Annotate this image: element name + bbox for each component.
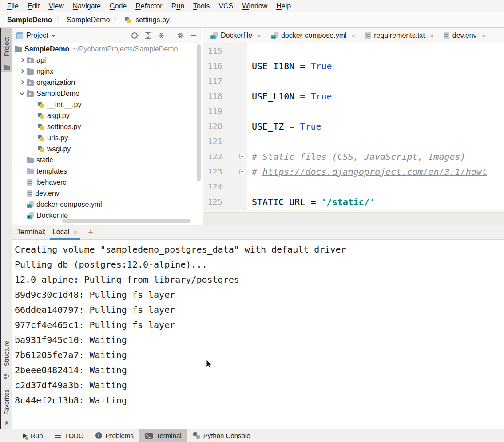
- terminal-line: 66ddea140797: Pulling fs layer: [15, 302, 504, 317]
- code-line: # https://docs.djangoproject.com/en/3.1/…: [247, 164, 504, 179]
- menu-item-view[interactable]: View: [44, 2, 68, 10]
- stripe-tab-project[interactable]: Project: [1, 28, 12, 72]
- project-tree-item[interactable]: urls.py: [12, 132, 202, 143]
- line-number: 118: [203, 89, 247, 104]
- collapse-all-icon[interactable]: [157, 32, 165, 39]
- close-icon[interactable]: ×: [73, 229, 77, 236]
- tree-item-label: docker-compose.yml: [36, 201, 102, 209]
- stripe-tab-structure[interactable]: Structure: [1, 334, 12, 381]
- statusbar-item-label: Python Console: [203, 432, 250, 439]
- chevron-right-icon[interactable]: [20, 58, 24, 63]
- editor-tab-requirements-txt[interactable]: requirements.txt×: [360, 28, 438, 43]
- line-number: 115: [203, 43, 247, 59]
- menu-bar: FileEditViewNavigateCodeRefactorRunTools…: [0, 0, 504, 12]
- statusbar-item-terminal[interactable]: Terminal: [139, 429, 187, 442]
- menu-item-refactor[interactable]: Refactor: [131, 2, 167, 10]
- terminal-tab-local[interactable]: Local ×: [50, 225, 80, 239]
- statusbar-item-python-console[interactable]: Python Console: [187, 429, 256, 442]
- project-tree-item[interactable]: dev.env: [12, 188, 202, 199]
- locate-icon[interactable]: [131, 32, 139, 39]
- menu-item-help[interactable]: Help: [272, 2, 295, 10]
- terminal-line: 2beee0482414: Waiting: [15, 363, 504, 378]
- code-line: [247, 134, 504, 149]
- close-icon[interactable]: ×: [430, 32, 434, 39]
- python-icon: [37, 101, 44, 108]
- project-tree-item[interactable]: organization: [12, 77, 202, 88]
- project-tree-item[interactable]: __init__.py: [12, 99, 202, 110]
- tree-horizontal-scrollbar[interactable]: [62, 219, 191, 223]
- chevron-slot: [17, 93, 27, 95]
- editor-gutter: 115116117118119120121122−123−124125: [203, 43, 247, 210]
- code-line: # Static files (CSS, JavaScript, Images): [247, 149, 504, 164]
- code-line: [247, 74, 504, 89]
- menu-item-vcs[interactable]: VCS: [214, 2, 238, 10]
- tree-item-label: api: [36, 56, 46, 64]
- line-number: 120: [203, 119, 247, 134]
- terminal-output[interactable]: Creating volume "sampledemo_postgres_dat…: [12, 240, 504, 429]
- menu-item-navigate[interactable]: Navigate: [68, 2, 105, 10]
- chevron-down-icon[interactable]: [20, 91, 24, 95]
- chevron-right-icon[interactable]: [20, 80, 24, 85]
- settings-gear-icon[interactable]: [176, 32, 184, 39]
- fold-marker-icon[interactable]: −: [239, 154, 245, 159]
- project-tree-item[interactable]: static: [12, 154, 202, 166]
- editor[interactable]: 115116117118119120121122−123−124125 USE_…: [203, 43, 504, 210]
- chevron-slot: [17, 81, 27, 84]
- line-number: 119: [203, 104, 247, 119]
- terminal-line: 8c44ef2c13b8: Waiting: [15, 393, 504, 408]
- menu-item-run[interactable]: Run: [167, 2, 189, 10]
- editor-code-area[interactable]: USE_I18N = TrueUSE_L10N = TrueUSE_TZ = T…: [247, 43, 504, 210]
- menu-item-tools[interactable]: Tools: [189, 2, 214, 10]
- tree-item-path: ~/PycharmProjects/SampleDemo: [73, 45, 178, 53]
- python-icon: [37, 123, 44, 130]
- breadcrumb-item[interactable]: settings.py: [135, 16, 169, 24]
- project-tree[interactable]: SampleDemo~/PycharmProjects/SampleDemoap…: [12, 43, 202, 224]
- project-tree-item[interactable]: docker-compose.yml: [12, 199, 202, 210]
- project-tree-item[interactable]: nginx: [12, 66, 202, 77]
- project-tree-item[interactable]: asgi.py: [12, 110, 202, 121]
- terminal-line: 89d9c30c1d48: Pulling fs layer: [15, 287, 504, 302]
- menu-item-window[interactable]: Window: [238, 2, 272, 10]
- folder-root-icon: [15, 47, 22, 52]
- stripe-tab-favorites-label: Favorites: [3, 385, 10, 419]
- project-tree-item[interactable]: templates: [12, 166, 202, 177]
- statusbar-item-todo[interactable]: TODO: [49, 429, 90, 442]
- chevron-down-icon[interactable]: [52, 35, 55, 37]
- project-tree-item[interactable]: settings.py: [12, 121, 202, 132]
- breadcrumb-item[interactable]: SampleDemo: [7, 16, 52, 24]
- hide-icon[interactable]: [190, 32, 198, 39]
- project-panel-title[interactable]: Project: [26, 32, 48, 39]
- statusbar-item-run[interactable]: Run: [17, 429, 49, 442]
- new-terminal-button[interactable]: +: [88, 228, 94, 237]
- project-tree-item[interactable]: api: [12, 55, 202, 66]
- project-toolwindow-icon: [16, 32, 23, 39]
- breadcrumb-item[interactable]: SampleDemo: [67, 16, 110, 24]
- code-token: USE_L10N =: [252, 91, 310, 102]
- project-tree-item[interactable]: .behaverc: [12, 177, 202, 188]
- statusbar-item-problems[interactable]: Problems: [90, 429, 139, 442]
- editor-tab-dockerfile[interactable]: Dockerfile×: [206, 28, 266, 43]
- chevron-right-icon[interactable]: [20, 69, 24, 74]
- line-number: 116: [203, 59, 247, 74]
- editor-tab-label: dev.env: [452, 32, 477, 39]
- menu-item-file[interactable]: File: [3, 2, 23, 10]
- editor-tab-docker-compose-yml[interactable]: docker-compose.yml×: [266, 28, 360, 43]
- close-icon[interactable]: ×: [352, 32, 356, 39]
- project-tree-item[interactable]: SampleDemo: [12, 88, 202, 99]
- close-icon[interactable]: ×: [482, 32, 486, 39]
- editor-tab-dev-env[interactable]: dev.env×: [439, 28, 491, 43]
- project-tree-item[interactable]: SampleDemo~/PycharmProjects/SampleDemo: [12, 43, 202, 55]
- close-icon[interactable]: ×: [257, 32, 261, 39]
- expand-all-icon[interactable]: [144, 32, 152, 39]
- breadcrumb: SampleDemo〉SampleDemo〉settings.py: [0, 12, 504, 28]
- project-tree-item[interactable]: wsgi.py: [12, 143, 202, 154]
- menu-item-edit[interactable]: Edit: [23, 2, 44, 10]
- menu-item-code[interactable]: Code: [105, 2, 131, 10]
- tree-vertical-scrollbar[interactable]: [197, 44, 201, 181]
- code-token: #: [252, 166, 262, 177]
- terminal-line: 977cf4e465c1: Pulling fs layer: [15, 317, 504, 332]
- star-icon: ★: [3, 419, 10, 426]
- stripe-tab-favorites[interactable]: Favorites ★: [1, 385, 12, 429]
- fold-marker-icon[interactable]: −: [239, 169, 245, 174]
- structure-icon: [4, 374, 9, 379]
